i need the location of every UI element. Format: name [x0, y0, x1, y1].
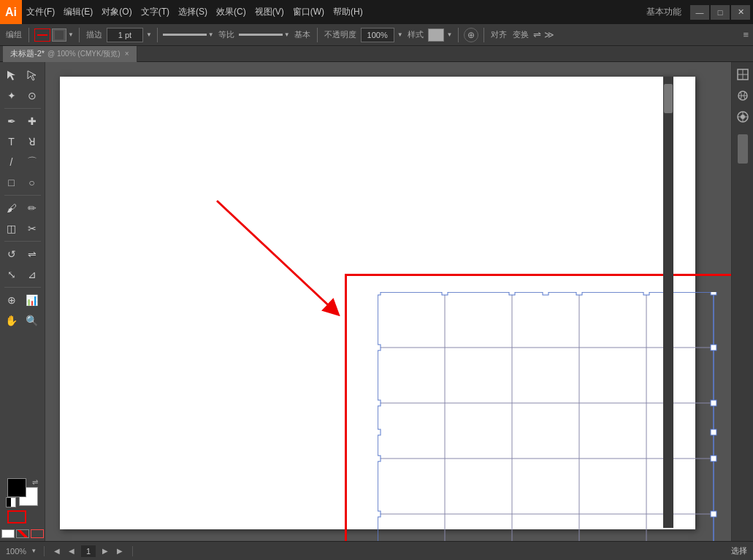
opacity-input[interactable]: [361, 28, 394, 42]
lasso-tool[interactable]: ⊙: [22, 85, 42, 106]
tab-name: 未标题-2*: [10, 48, 45, 59]
svg-rect-36: [711, 456, 716, 461]
maximize-button[interactable]: □: [711, 5, 730, 20]
vertical-scrollbar[interactable]: [663, 77, 673, 528]
stroke-swatch[interactable]: [52, 28, 66, 42]
swap-colors-btn[interactable]: ⇌: [32, 478, 38, 486]
active-tab[interactable]: 未标题-2* @ 100% (CMYK/预览) ×: [3, 46, 137, 62]
eraser-tool[interactable]: ◫: [1, 218, 22, 239]
svg-rect-14: [378, 292, 381, 295]
prev-page-btn[interactable]: ◀: [52, 547, 62, 555]
zoom-arrow[interactable]: ▼: [31, 548, 37, 554]
tool-extras: [1, 529, 44, 541]
style-label: 样式: [406, 29, 425, 40]
scissors-tool[interactable]: ✂: [22, 218, 42, 239]
right-panel-btn-2[interactable]: [733, 86, 752, 105]
direct-select-tool[interactable]: [22, 65, 42, 85]
pencil-tool[interactable]: ✏: [22, 198, 42, 218]
next-page-btn2[interactable]: ▶: [115, 547, 125, 555]
blend-tool[interactable]: ⊕: [1, 290, 22, 310]
options-separator: [28, 28, 29, 42]
opacity-arrow[interactable]: ▼: [397, 31, 403, 38]
line-tool[interactable]: /: [1, 152, 22, 172]
ratio-line[interactable]: [239, 34, 283, 36]
menu-effect[interactable]: 效果(C): [212, 0, 251, 24]
options-sep3: [157, 28, 158, 42]
flip-icon[interactable]: ⇌: [533, 29, 541, 40]
tab-info: @ 100% (CMYK/预览): [47, 49, 121, 59]
more-icon[interactable]: ≫: [544, 29, 554, 40]
stroke-dropdown-arrow[interactable]: ▼: [68, 31, 74, 38]
type-tool[interactable]: T: [1, 131, 22, 152]
group-label: 编组: [4, 29, 23, 40]
options-sep4: [317, 28, 318, 42]
next-page-btn[interactable]: ▶: [100, 547, 110, 555]
page-number-input[interactable]: [81, 545, 96, 557]
svg-rect-32: [378, 456, 381, 461]
tool-sep-1: [4, 108, 41, 109]
selection-tool[interactable]: [1, 65, 22, 85]
zoom-tool[interactable]: 🔍: [22, 310, 42, 331]
menu-object[interactable]: 对象(O): [97, 0, 136, 24]
stroke-style-line[interactable]: [163, 34, 207, 36]
menu-file[interactable]: 文件(F): [22, 0, 59, 24]
gradient-mode-btn[interactable]: [16, 529, 29, 538]
magic-wand-tool[interactable]: ✦: [1, 85, 22, 106]
vertical-type-tool[interactable]: ꓤ: [22, 131, 42, 152]
status-bar: 100% ▼ ◀ ◀ ▶ ▶ 选择: [0, 541, 753, 560]
globe-icon[interactable]: ⊕: [464, 28, 478, 42]
menu-text[interactable]: 文字(T): [137, 0, 174, 24]
menu-help[interactable]: 帮助(H): [329, 0, 367, 24]
normal-mode-btn[interactable]: [1, 529, 15, 538]
rect-tool[interactable]: □: [1, 172, 22, 193]
svg-rect-25: [643, 292, 649, 295]
tab-close-btn[interactable]: ×: [125, 50, 129, 58]
right-panel-btn-3[interactable]: [733, 107, 752, 126]
workspace-label: 基本功能: [639, 6, 689, 18]
prev-page-btn2[interactable]: ◀: [66, 547, 77, 555]
style-swatch[interactable]: [428, 28, 444, 42]
ratio-arrow[interactable]: ▼: [284, 31, 290, 38]
right-panel-btn-1[interactable]: [733, 65, 752, 84]
right-scroll-handle[interactable]: [738, 134, 748, 164]
scroll-thumb[interactable]: [664, 84, 673, 113]
hand-tool[interactable]: ✋: [1, 310, 22, 331]
paintbrush-tool[interactable]: 🖌: [1, 198, 22, 218]
pen-tool[interactable]: ✒: [1, 111, 22, 131]
close-button[interactable]: ✕: [731, 5, 750, 20]
stroke-value-input[interactable]: [107, 28, 143, 42]
tool-sep-4: [4, 287, 41, 288]
menu-edit[interactable]: 编辑(E): [59, 0, 97, 24]
tool-row-8: ◫ ✂: [1, 218, 44, 239]
svg-rect-15: [543, 292, 548, 295]
stroke-mode-btn[interactable]: [7, 510, 26, 523]
svg-rect-18: [711, 429, 716, 435]
style-arrow[interactable]: ▼: [447, 31, 453, 38]
chart-tool[interactable]: 📊: [22, 290, 42, 310]
add-anchor-tool[interactable]: ✚: [22, 111, 42, 131]
ellipse-tool[interactable]: ○: [22, 172, 42, 193]
tab-bar: 未标题-2* @ 100% (CMYK/预览) ×: [0, 46, 753, 62]
shear-tool[interactable]: ⊿: [22, 264, 42, 285]
canvas-wrapper: [60, 77, 695, 529]
reset-colors-btn[interactable]: [6, 497, 16, 507]
menu-select[interactable]: 选择(S): [174, 0, 212, 24]
stroke-style-arrow[interactable]: ▼: [208, 31, 214, 38]
title-bar-right: 基本功能 — □ ✕: [639, 5, 753, 20]
arc-tool[interactable]: ⌒: [22, 152, 42, 172]
rotate-tool[interactable]: ↺: [1, 244, 22, 264]
foreground-color-swatch[interactable]: [7, 478, 26, 497]
none-mode-btn[interactable]: [31, 529, 44, 538]
menu-view[interactable]: 视图(V): [251, 0, 288, 24]
stroke-color-btn[interactable]: [34, 28, 50, 42]
minimize-button[interactable]: —: [690, 5, 709, 20]
stroke-val-arrow[interactable]: ▼: [146, 31, 152, 38]
reflect-tool[interactable]: ⇌: [22, 244, 42, 264]
tool-row-5: / ⌒: [1, 152, 44, 172]
options-sep2: [79, 28, 80, 42]
scale-tool[interactable]: ⤡: [1, 264, 22, 285]
panel-toggle-icon[interactable]: ≡: [743, 29, 749, 40]
menu-window[interactable]: 窗口(W): [288, 0, 329, 24]
canvas-area[interactable]: [45, 62, 731, 541]
ai-logo: Ai: [0, 0, 22, 24]
